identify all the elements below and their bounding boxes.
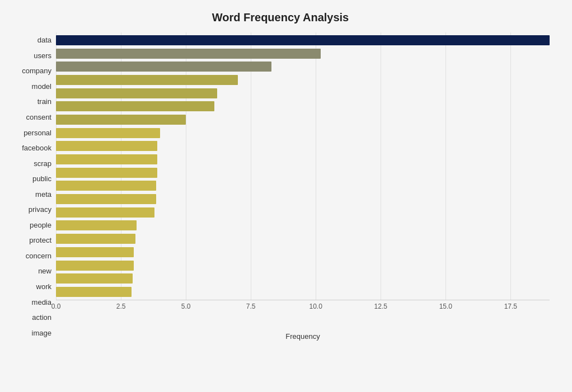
x-tick: 0.0: [51, 303, 61, 310]
bar-row: [56, 246, 550, 258]
y-label: privacy: [29, 204, 51, 216]
bar-media: [56, 261, 134, 271]
bar-row: [56, 48, 550, 60]
x-tick: 10.0: [310, 303, 322, 310]
bar-row: [56, 167, 550, 179]
bar-consent: [56, 101, 214, 111]
bar-row: [56, 233, 550, 245]
bar-row: [56, 127, 550, 139]
y-label: users: [34, 49, 51, 62]
bar-row: [56, 34, 550, 46]
bar-action: [56, 273, 133, 284]
y-label: model: [32, 80, 51, 92]
bar-personal: [56, 115, 186, 125]
bar-new: [56, 234, 135, 244]
bar-scrap: [56, 141, 157, 151]
bar-row: [56, 153, 550, 166]
x-tick: 12.5: [374, 303, 387, 310]
y-label: data: [37, 34, 51, 46]
chart-container: Word Frequency Analysis datauserscompany…: [0, 0, 572, 392]
x-tick: 7.5: [246, 303, 256, 310]
y-label: work: [36, 281, 51, 293]
bar-row: [56, 114, 550, 126]
y-label: protect: [29, 234, 51, 247]
bar-meta: [56, 168, 157, 178]
x-tick: 15.0: [439, 303, 452, 310]
y-label: media: [32, 296, 51, 308]
y-label: new: [38, 265, 51, 277]
x-tick: 5.0: [181, 303, 191, 310]
y-label: consent: [26, 111, 51, 124]
bar-row: [56, 87, 550, 100]
x-tick: 17.5: [504, 303, 517, 310]
bar-work: [56, 247, 134, 257]
bar-privacy: [56, 181, 156, 191]
bar-train: [56, 88, 217, 98]
bars-wrapper: [56, 32, 550, 300]
bar-people: [56, 194, 156, 204]
bar-row: [56, 286, 550, 298]
bar-facebook: [56, 128, 160, 138]
y-label: action: [32, 311, 51, 324]
bar-row: [56, 259, 550, 272]
chart-area: datauserscompanymodeltrainconsentpersona…: [11, 32, 550, 341]
y-label: meta: [35, 188, 51, 200]
bars-and-xaxis: 0.02.55.07.510.012.515.017.5 Frequency: [56, 32, 550, 341]
x-axis: 0.02.55.07.510.012.515.017.5: [56, 300, 550, 322]
bar-row: [56, 193, 550, 205]
y-label: concern: [26, 249, 51, 262]
y-label: image: [32, 327, 51, 339]
chart-title: Word Frequency Analysis: [11, 11, 550, 24]
x-axis-label: Frequency: [56, 332, 550, 341]
y-axis-labels: datauserscompanymodeltrainconsentpersona…: [11, 32, 56, 341]
bar-company: [56, 62, 271, 72]
bar-data: [56, 35, 550, 45]
bar-row: [56, 140, 550, 152]
bar-row: [56, 272, 550, 285]
x-tick: 2.5: [116, 303, 126, 310]
y-label: company: [22, 65, 51, 77]
bar-public: [56, 154, 157, 164]
y-label: people: [30, 219, 51, 231]
y-label: public: [32, 173, 51, 185]
bar-row: [56, 100, 550, 112]
bar-concern: [56, 220, 137, 230]
bars-area: [56, 32, 550, 300]
bar-image: [56, 287, 132, 297]
bar-protect: [56, 207, 154, 218]
bar-row: [56, 219, 550, 232]
bar-row: [56, 206, 550, 219]
y-label: train: [37, 96, 51, 108]
y-label: personal: [24, 126, 51, 139]
bar-users: [56, 49, 321, 59]
y-label: facebook: [22, 142, 51, 154]
bar-row: [56, 74, 550, 86]
y-label: scrap: [34, 157, 51, 169]
bar-row: [56, 60, 550, 73]
bar-model: [56, 75, 238, 85]
bar-row: [56, 180, 550, 192]
